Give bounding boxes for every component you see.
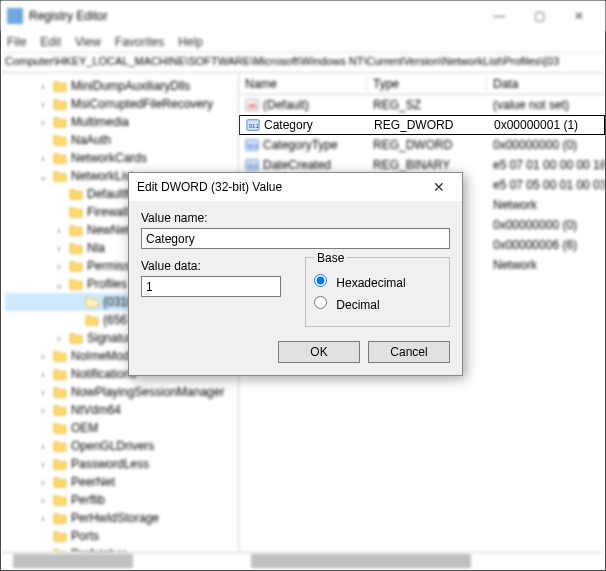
tree-item[interactable]: ›NowPlayingSessionManager: [5, 383, 238, 401]
cell-name: 011DateCreated: [239, 158, 367, 172]
tree-item[interactable]: ›PerHwIdStorage: [5, 509, 238, 527]
svg-text:011: 011: [248, 142, 259, 149]
radio-dec-label[interactable]: Decimal: [314, 296, 441, 312]
cell-type: REG_BINARY: [367, 158, 487, 172]
tree-toggle-icon[interactable]: ›: [37, 459, 49, 470]
tree-label: NewNet: [87, 223, 130, 237]
dialog-title: Edit DWORD (32-bit) Value: [137, 180, 424, 194]
tree-item[interactable]: ›PeerNet: [5, 473, 238, 491]
cell-name: ab(Default): [239, 98, 367, 112]
cell-data: 0x00000000 (0): [487, 218, 605, 232]
cancel-button[interactable]: Cancel: [368, 341, 450, 363]
tree-toggle-icon[interactable]: ›: [37, 81, 49, 92]
tree-item[interactable]: ›PasswordLess: [5, 455, 238, 473]
cell-name: 011CategoryType: [239, 138, 367, 152]
tree-toggle-icon[interactable]: ›: [37, 477, 49, 488]
tree-toggle-icon[interactable]: ⌄: [53, 279, 65, 290]
menu-view[interactable]: View: [75, 35, 101, 49]
ok-button[interactable]: OK: [278, 341, 360, 363]
value-data-label: Value data:: [141, 259, 281, 273]
column-type[interactable]: Type: [367, 77, 487, 91]
cell-data: 0x00000001 (1): [488, 118, 604, 132]
menu-file[interactable]: File: [7, 35, 26, 49]
cell-type: REG_DWORD: [368, 118, 488, 132]
tree-label: MsiCorruptedFileRecovery: [71, 97, 213, 111]
svg-text:ab: ab: [249, 102, 257, 109]
window-title: Registry Editor: [29, 9, 479, 23]
app-icon: [7, 8, 23, 24]
tree-label: Profiles: [87, 277, 127, 291]
tree-label: NowPlayingSessionManager: [71, 385, 224, 399]
tree-toggle-icon[interactable]: ›: [37, 153, 49, 164]
tree-label: NaAuth: [71, 133, 111, 147]
cell-data: 0x00000000 (0): [487, 138, 605, 152]
menu-help[interactable]: Help: [178, 35, 203, 49]
tree-label: PeerNet: [71, 475, 115, 489]
tree-item[interactable]: ›OpenGLDrivers: [5, 437, 238, 455]
tree-toggle-icon[interactable]: ›: [37, 351, 49, 362]
tree-label: Permissi: [87, 259, 133, 273]
list-row[interactable]: 011CategoryREG_DWORD0x00000001 (1): [239, 115, 605, 135]
cell-data: e5 07 01 00 00 00 18: [487, 158, 605, 172]
tree-item[interactable]: Prefetcher: [5, 545, 238, 552]
menu-bar: File Edit View Favorites Help: [1, 31, 605, 53]
maximize-button[interactable]: ▢: [519, 4, 559, 28]
tree-label: OpenGLDrivers: [71, 439, 154, 453]
radio-hex-label[interactable]: Hexadecimal: [314, 274, 441, 290]
titlebar: Registry Editor — ▢ ✕: [1, 1, 605, 31]
list-row[interactable]: ab(Default)REG_SZ(value not set): [239, 95, 605, 115]
dialog-titlebar: Edit DWORD (32-bit) Value ✕: [129, 173, 462, 201]
svg-text:011: 011: [248, 162, 259, 169]
menu-favorites[interactable]: Favorites: [115, 35, 164, 49]
tree-toggle-icon[interactable]: ›: [37, 99, 49, 110]
minimize-button[interactable]: —: [479, 4, 519, 28]
tree-label: PerHwIdStorage: [71, 511, 159, 525]
edit-dword-dialog: Edit DWORD (32-bit) Value ✕ Value name: …: [128, 172, 463, 376]
tree-item[interactable]: ›NtVdm64: [5, 401, 238, 419]
tree-item[interactable]: ›Perflib: [5, 491, 238, 509]
tree-toggle-icon[interactable]: ›: [37, 405, 49, 416]
tree-toggle-icon[interactable]: ›: [37, 369, 49, 380]
tree-item[interactable]: OEM: [5, 419, 238, 437]
tree-label: MiniDumpAuxiliaryDlls: [71, 79, 190, 93]
cell-data: Network: [487, 258, 605, 272]
menu-edit[interactable]: Edit: [40, 35, 61, 49]
address-bar[interactable]: Computer\HKEY_LOCAL_MACHINE\SOFTWARE\Mic…: [1, 53, 605, 73]
status-area: [1, 552, 605, 570]
tree-item[interactable]: Ports: [5, 527, 238, 545]
column-name[interactable]: Name: [239, 77, 367, 91]
tree-item[interactable]: NaAuth: [5, 131, 238, 149]
cell-data: 0x00000006 (6): [487, 238, 605, 252]
tree-toggle-icon[interactable]: ›: [53, 225, 65, 236]
tree-toggle-icon[interactable]: ›: [37, 387, 49, 398]
list-header[interactable]: Name Type Data: [239, 73, 605, 95]
tree-label: NetworkList: [71, 169, 134, 183]
column-data[interactable]: Data: [487, 77, 605, 91]
tree-toggle-icon[interactable]: ›: [37, 513, 49, 524]
tree-label: Multimedia: [71, 115, 129, 129]
value-data-input[interactable]: [141, 276, 281, 297]
dialog-close-button[interactable]: ✕: [424, 179, 454, 195]
value-name-label: Value name:: [141, 211, 450, 225]
tree-label: NetworkCards: [71, 151, 147, 165]
list-row[interactable]: 011CategoryTypeREG_DWORD0x00000000 (0): [239, 135, 605, 155]
tree-toggle-icon[interactable]: ›: [37, 495, 49, 506]
tree-label: Notifications: [71, 367, 136, 381]
tree-item[interactable]: ›NetworkCards: [5, 149, 238, 167]
tree-item[interactable]: ›Multimedia: [5, 113, 238, 131]
close-button[interactable]: ✕: [559, 4, 599, 28]
tree-label: NoImeMode: [71, 349, 136, 363]
value-name-input[interactable]: [141, 228, 450, 249]
tree-toggle-icon[interactable]: ›: [37, 117, 49, 128]
tree-label: PasswordLess: [71, 457, 149, 471]
tree-toggle-icon[interactable]: ⌄: [37, 171, 49, 182]
radio-hex[interactable]: [314, 274, 327, 287]
tree-item[interactable]: ›MsiCorruptedFileRecovery: [5, 95, 238, 113]
tree-toggle-icon[interactable]: ›: [53, 243, 65, 254]
tree-toggle-icon[interactable]: ›: [53, 333, 65, 344]
tree-item[interactable]: ›MiniDumpAuxiliaryDlls: [5, 77, 238, 95]
svg-text:011: 011: [249, 122, 260, 129]
radio-dec[interactable]: [314, 296, 327, 309]
tree-toggle-icon[interactable]: ›: [53, 261, 65, 272]
tree-toggle-icon[interactable]: ›: [37, 441, 49, 452]
